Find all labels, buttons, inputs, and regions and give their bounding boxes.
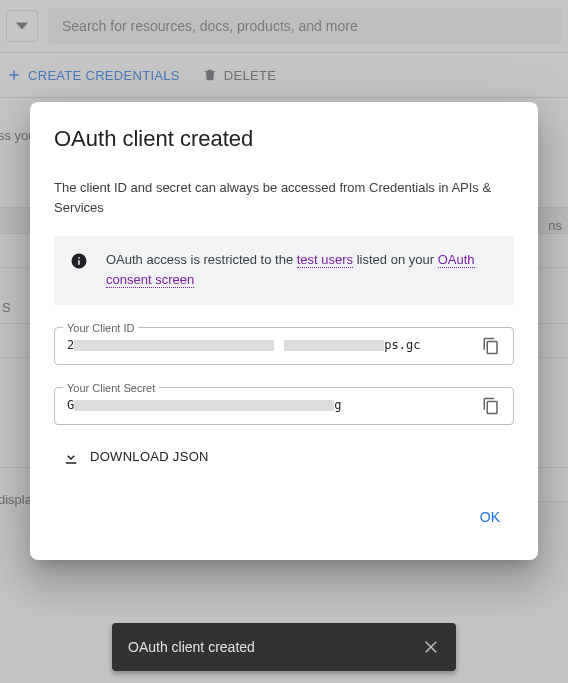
- client-secret-value[interactable]: Gg: [67, 396, 477, 415]
- snackbar-close-button[interactable]: [416, 631, 448, 663]
- download-json-label: DOWNLOAD JSON: [90, 447, 209, 467]
- download-json-button[interactable]: DOWNLOAD JSON: [62, 447, 209, 467]
- snackbar: OAuth client created: [112, 623, 456, 671]
- info-icon: [70, 252, 88, 270]
- copy-icon: [482, 397, 500, 415]
- close-icon: [423, 638, 441, 656]
- copy-client-id-button[interactable]: [477, 332, 505, 360]
- copy-client-secret-button[interactable]: [477, 392, 505, 420]
- oauth-client-created-dialog: OAuth client created The client ID and s…: [30, 102, 538, 560]
- info-box: OAuth access is restricted to the test u…: [54, 236, 514, 304]
- client-id-field: Your Client ID 2ps.gc: [54, 327, 514, 365]
- client-secret-field: Your Client Secret Gg: [54, 387, 514, 425]
- snackbar-message: OAuth client created: [128, 639, 255, 655]
- dialog-title: OAuth client created: [54, 126, 514, 152]
- ok-button[interactable]: OK: [466, 499, 514, 537]
- dialog-intro-text: The client ID and secret can always be a…: [54, 178, 514, 218]
- client-id-label: Your Client ID: [63, 320, 138, 337]
- client-secret-label: Your Client Secret: [63, 380, 159, 397]
- info-text: OAuth access is restricted to the test u…: [106, 250, 498, 290]
- download-icon: [62, 448, 80, 466]
- copy-icon: [482, 337, 500, 355]
- test-users-link[interactable]: test users: [297, 252, 353, 268]
- client-id-value[interactable]: 2ps.gc: [67, 336, 477, 355]
